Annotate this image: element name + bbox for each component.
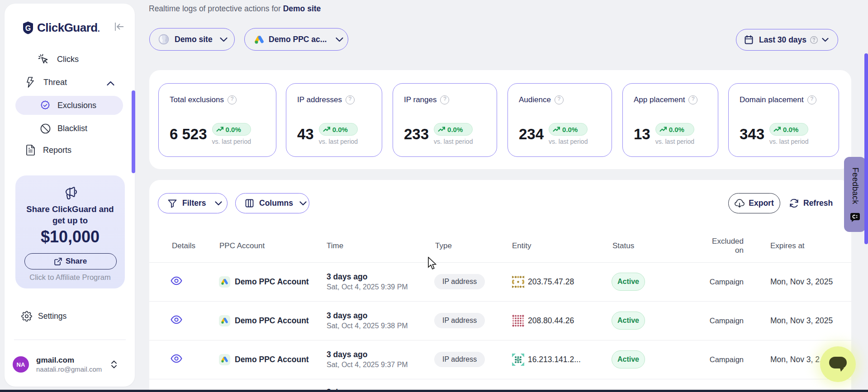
- svg-text:G: G: [25, 24, 31, 32]
